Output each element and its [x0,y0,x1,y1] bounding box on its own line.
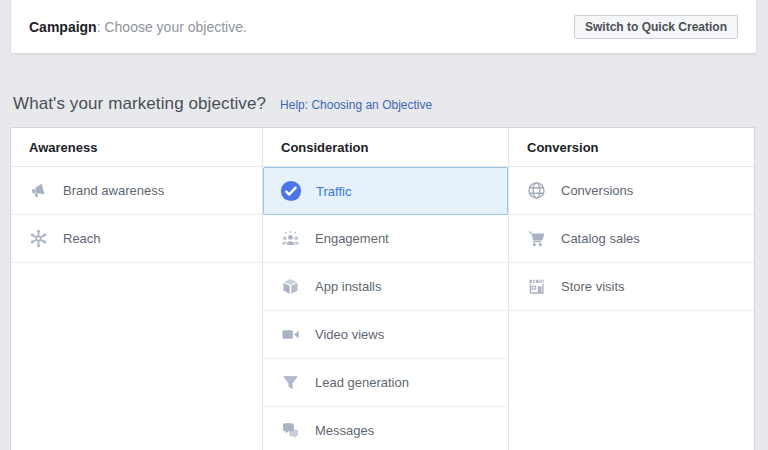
megaphone-icon [27,180,49,202]
globe-icon [525,180,547,202]
video-camera-icon [279,324,301,346]
shopping-cart-icon [525,228,547,250]
funnel-icon [279,372,301,394]
check-circle-icon [280,180,302,202]
objective-brand-awareness[interactable]: Brand awareness [11,167,262,215]
objective-catalog-sales[interactable]: Catalog sales [509,215,754,263]
page-title: What's your marketing objective? [13,94,266,114]
objective-table: Awareness Brand awareness [10,127,755,450]
people-group-icon [279,228,301,250]
objective-label: Engagement [315,231,389,246]
objective-heading-row: What's your marketing objective? Help: C… [13,94,432,114]
objective-label: Brand awareness [63,183,164,198]
objective-label: Video views [315,327,384,342]
objective-label: Reach [63,231,101,246]
campaign-step-title: Campaign: Choose your objective. [29,19,247,35]
campaign-subtitle: : Choose your objective. [97,19,247,35]
column-header-consideration: Consideration [263,128,508,167]
objective-conversions[interactable]: Conversions [509,167,754,215]
cube-icon [279,276,301,298]
objective-label: Messages [315,423,374,438]
objective-reach[interactable]: Reach [11,215,262,263]
objective-messages[interactable]: Messages [263,407,508,450]
reach-icon [27,228,49,250]
objective-label: Lead generation [315,375,409,390]
help-choosing-objective-link[interactable]: Help: Choosing an Objective [280,98,432,112]
objective-label: Conversions [561,183,633,198]
objective-video-views[interactable]: Video views [263,311,508,359]
objective-lead-generation[interactable]: Lead generation [263,359,508,407]
column-header-conversion: Conversion [509,128,754,167]
objective-app-installs[interactable]: App installs [263,263,508,311]
column-conversion: Conversion Conversions Catalog sales [508,128,754,450]
objective-label: Traffic [316,184,351,199]
objective-label: Catalog sales [561,231,640,246]
campaign-label: Campaign [29,19,97,35]
objective-engagement[interactable]: Engagement [263,215,508,263]
column-header-awareness: Awareness [11,128,262,167]
objective-label: App installs [315,279,381,294]
objective-label: Store visits [561,279,625,294]
column-consideration: Consideration Traffic Engagement [262,128,508,450]
objective-traffic[interactable]: Traffic [263,167,508,215]
switch-to-quick-creation-button[interactable]: Switch to Quick Creation [574,15,738,39]
objective-store-visits[interactable]: Store visits [509,263,754,311]
column-awareness: Awareness Brand awareness [11,128,262,450]
storefront-icon [525,276,547,298]
campaign-header-bar: Campaign: Choose your objective. Switch … [10,0,757,54]
speech-bubbles-icon [279,420,301,442]
